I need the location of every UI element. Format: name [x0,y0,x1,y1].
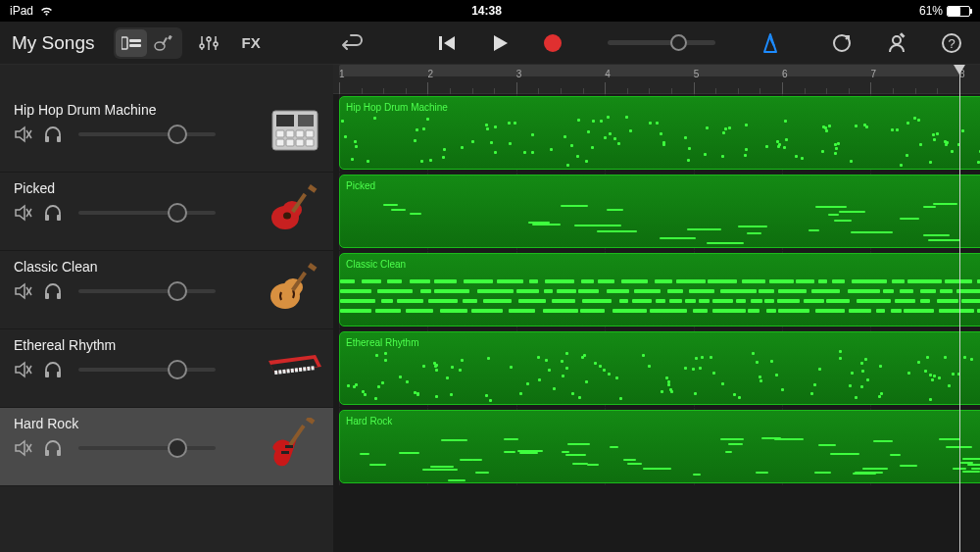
scrub-slider[interactable] [608,40,715,45]
toolbar: My Songs FX [0,22,980,65]
instrument-view-button[interactable] [149,29,180,57]
svg-rect-67 [45,450,49,456]
region-label: Ethereal Rhythm [340,334,424,351]
volume-slider[interactable] [78,132,216,136]
svg-rect-70 [306,418,315,425]
headphones-icon[interactable] [43,204,63,222]
svg-rect-31 [286,139,294,146]
svg-rect-30 [276,139,284,146]
headphones-icon[interactable] [43,361,63,378]
mute-icon[interactable] [14,204,33,222]
track-header[interactable]: Classic Clean [0,251,333,329]
headphones-icon[interactable] [43,439,63,457]
svg-rect-27 [286,130,294,137]
back-my-songs[interactable]: My Songs [12,32,94,54]
midi-region[interactable]: Hard Rock [339,410,980,483]
svg-rect-57 [282,370,285,374]
mute-icon[interactable] [14,361,33,378]
svg-point-41 [283,213,291,220]
svg-rect-5 [169,35,173,40]
svg-rect-71 [281,451,289,454]
svg-rect-68 [57,450,61,456]
svg-rect-59 [291,369,294,373]
mute-icon[interactable] [14,282,33,300]
track-controls-button[interactable] [192,28,225,58]
svg-rect-64 [311,366,314,370]
instrument-icon[interactable] [267,416,323,473]
instrument-icon[interactable] [267,180,323,237]
region-label: Classic Clean [340,256,412,273]
timeline-ruler[interactable]: 12345678 [333,65,980,94]
midi-region[interactable]: Picked [339,175,980,248]
svg-rect-1 [129,39,141,42]
track-headers-sidebar: Hip Hop Drum Machine Picked Classic Clea… [0,65,333,552]
svg-rect-42 [308,184,317,193]
metronome-button[interactable] [755,27,786,59]
svg-rect-50 [308,263,317,272]
settings-button[interactable] [880,28,913,58]
play-button[interactable] [484,27,515,59]
rewind-button[interactable] [431,27,463,59]
svg-rect-62 [303,367,306,371]
device-label: iPad [10,4,33,18]
instrument-icon[interactable] [267,337,323,394]
mute-icon[interactable] [14,439,33,457]
svg-rect-33 [306,139,314,146]
instrument-icon[interactable] [267,259,323,316]
mute-icon[interactable] [14,125,33,143]
battery-pct: 61% [919,4,943,18]
headphones-icon[interactable] [43,282,63,300]
midi-region[interactable]: Ethereal Rhythm [339,331,980,405]
svg-rect-12 [439,36,442,50]
track-name-label: Picked [14,180,263,196]
midi-region[interactable]: Classic Clean [339,253,980,326]
svg-point-9 [200,44,204,48]
svg-rect-72 [285,445,293,448]
svg-rect-46 [57,293,61,299]
svg-point-13 [544,34,562,52]
svg-point-10 [207,37,211,41]
wifi-icon [39,6,54,17]
instrument-icon[interactable] [267,102,323,159]
track-header[interactable]: Ethereal Rhythm [0,329,333,408]
track-header[interactable]: Picked [0,173,333,251]
svg-rect-28 [296,130,304,137]
track-header[interactable]: Hip Hop Drum Machine [0,94,333,173]
svg-rect-22 [57,136,61,142]
view-mode-segmented[interactable] [114,27,182,59]
headphones-icon[interactable] [43,125,63,143]
svg-rect-60 [295,368,298,372]
volume-slider[interactable] [78,289,216,293]
undo-button[interactable] [337,27,368,59]
volume-slider[interactable] [78,368,216,372]
volume-slider[interactable] [78,211,216,215]
svg-rect-24 [276,115,294,126]
volume-slider[interactable] [78,446,216,450]
track-name-label: Ethereal Rhythm [14,337,263,353]
svg-rect-37 [57,215,61,221]
svg-rect-58 [286,369,289,373]
clock: 14:38 [54,4,919,18]
svg-rect-32 [296,139,304,146]
tracks-view-button[interactable] [116,29,147,57]
fx-button[interactable]: FX [235,34,266,51]
svg-rect-56 [278,370,281,374]
transport-controls [337,27,786,59]
status-bar: iPad 14:38 61% [0,0,980,22]
help-button[interactable]: ? [935,28,968,58]
record-button[interactable] [537,27,568,59]
svg-rect-69 [288,425,305,446]
svg-rect-55 [274,371,277,375]
svg-rect-36 [45,215,49,221]
svg-rect-0 [122,37,127,49]
svg-rect-26 [276,130,284,137]
midi-region[interactable]: Hip Hop Drum Machine [339,96,980,170]
region-label: Hip Hop Drum Machine [340,99,454,116]
track-header[interactable]: Hard Rock [0,408,333,486]
playhead[interactable] [959,65,960,552]
region-label: Hard Rock [340,413,398,429]
loop-browser-button[interactable] [825,28,858,58]
svg-rect-54 [57,372,61,377]
arrangement-area[interactable]: 12345678 Hip Hop Drum MachinePickedClass… [333,65,980,552]
svg-text:?: ? [948,36,955,51]
